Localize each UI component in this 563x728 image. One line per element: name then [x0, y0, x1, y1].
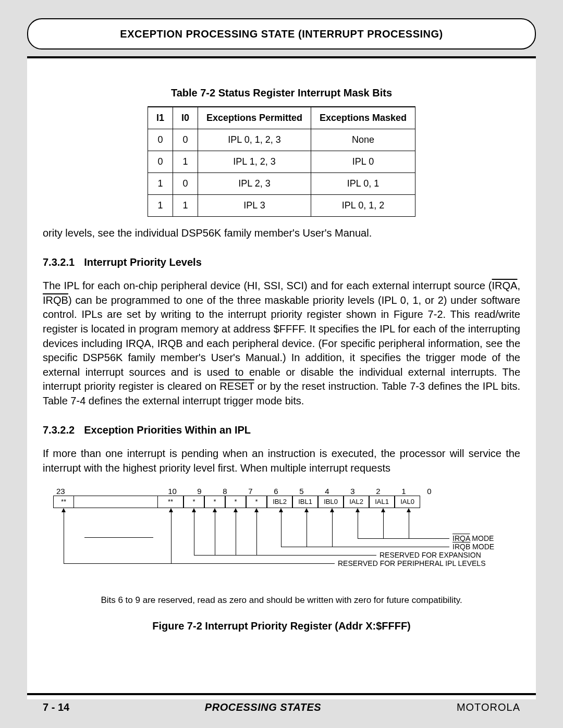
bit-num: 2 [365, 487, 391, 496]
th-masked: Exceptions Masked [311, 107, 415, 129]
callout-reserved-exp: RESERVED FOR EXPANSION [380, 551, 481, 559]
bit-num: 7 [238, 487, 263, 496]
th-i1: I1 [148, 107, 173, 129]
bit-num: 10 [158, 487, 187, 496]
bit-num: 23 [53, 487, 158, 496]
arrow-up-icon [304, 508, 309, 512]
bit-num: 3 [340, 487, 365, 496]
cell: 1 [173, 151, 198, 173]
section-title: Interrupt Priority Levels [84, 256, 202, 268]
bit-cell: * [204, 496, 225, 508]
arrow-up-icon [192, 508, 196, 512]
cell: IPL 3 [198, 195, 311, 217]
table-header-row: I1 I0 Exceptions Permitted Exceptions Ma… [148, 107, 415, 129]
callout-irqb: IRQB MODE [452, 542, 494, 551]
irqa-overline: IRQA [452, 534, 470, 542]
cell: IPL 0 [311, 151, 415, 173]
page: EXCEPTION PROCESSING STATE (INTERRUPT PR… [0, 0, 563, 728]
section-number: 7.3.2.1 [43, 256, 75, 268]
table-caption: Table 7-2 Status Register Interrupt Mask… [43, 87, 520, 99]
content-area: Table 7-2 Status Register Interrupt Mask… [27, 58, 536, 699]
paragraph-2: If more than one interrupt is pending wh… [43, 447, 520, 475]
arrow-up-icon [169, 508, 173, 512]
cell: 0 [173, 173, 198, 195]
table-row: 0 0 IPL 0, 1, 2, 3 None [148, 129, 415, 151]
cell: IPL 0, 1, 2 [311, 195, 415, 217]
table-row: 1 0 IPL 2, 3 IPL 0, 1 [148, 173, 415, 195]
arrow-up-icon [407, 508, 411, 512]
p1-b: ) can be programmed to one of the three … [43, 294, 520, 392]
callout-line [409, 512, 409, 538]
bit-num: 5 [289, 487, 314, 496]
bit-num: 4 [314, 487, 340, 496]
callout-text: MODE [470, 534, 494, 542]
table-row: 1 1 IPL 3 IPL 0, 1, 2 [148, 195, 415, 217]
callout-line [256, 512, 257, 555]
page-footer: 7 - 14 PROCESSING STATES MOTOROLA [27, 686, 536, 713]
bit-cell: * [225, 496, 246, 508]
footer-rule [27, 693, 536, 695]
bit-number-row: 23 10 9 8 7 6 5 4 3 2 1 0 [53, 487, 439, 496]
arrow-up-icon [213, 508, 217, 512]
bit-cell: IBL0 [318, 496, 344, 508]
irqa-overline: IRQA [492, 280, 518, 291]
th-i0: I0 [173, 107, 198, 129]
footer-title: PROCESSING STATES [205, 701, 321, 713]
orphan-line: ority levels, see the individual DSP56K … [43, 226, 520, 241]
callout-line [358, 538, 449, 539]
bit-num: 1 [391, 487, 417, 496]
cell: 0 [148, 129, 173, 151]
bit-cell: IAL1 [369, 496, 395, 508]
callout-reserved-ipl: RESERVED FOR PERIPHERAL IPL LEVELS [338, 559, 485, 567]
callout-line [358, 512, 358, 538]
cell: 0 [173, 129, 198, 151]
irqb-overline: IRQB [452, 542, 470, 551]
p1-a: The IPL for each on-chip peripheral devi… [43, 280, 492, 291]
callout-irqa: IRQA MODE [452, 534, 494, 542]
callout-line [307, 512, 307, 547]
comma: , [517, 280, 520, 291]
bit-cell-row: ** ** * * * * IBL2 IBL1 IBL0 IAL2 IAL1 I… [53, 496, 439, 508]
bit-cell: IAL2 [344, 496, 369, 508]
cell: 1 [148, 173, 173, 195]
arrow-up-icon [330, 508, 334, 512]
section-title: Exception Priorities Within an IPL [84, 424, 251, 436]
bit-num: 6 [263, 487, 289, 496]
arrow-up-icon [254, 508, 259, 512]
paragraph-1: The IPL for each on-chip peripheral devi… [43, 279, 520, 408]
bit-cell-gap [74, 496, 157, 508]
arrow-up-icon [234, 508, 238, 512]
bit-cell: IAL0 [395, 496, 420, 508]
bit-cell: * [183, 496, 204, 508]
table-row: 0 1 IPL 1, 2, 3 IPL 0 [148, 151, 415, 173]
cell: IPL 2, 3 [198, 173, 311, 195]
bit-num: 0 [417, 487, 442, 496]
brand-name: MOTOROLA [457, 701, 520, 713]
section-number: 7.3.2.2 [43, 424, 75, 436]
bit-cell: ** [53, 496, 74, 508]
cell: 0 [148, 151, 173, 173]
cell: IPL 0, 1 [311, 173, 415, 195]
arrow-up-icon [356, 508, 360, 512]
decoration-line [84, 537, 153, 538]
page-header-text: EXCEPTION PROCESSING STATE (INTERRUPT PR… [120, 28, 443, 40]
callout-line [194, 512, 194, 555]
callout-lines: IRQA MODE IRQB MODE RESERVED FOR EXPANSI… [53, 508, 439, 571]
bit-cell: IBL2 [267, 496, 292, 508]
figure-caption: Figure 7-2 Interrupt Priority Register (… [43, 620, 520, 632]
callout-line [281, 512, 282, 547]
callout-line [194, 555, 376, 556]
cell: 1 [148, 195, 173, 217]
callout-line [383, 512, 384, 538]
arrow-up-icon [279, 508, 283, 512]
irqb-overline: IRQB [43, 294, 68, 306]
page-header: EXCEPTION PROCESSING STATE (INTERRUPT PR… [27, 18, 536, 50]
bit-cell: * [246, 496, 267, 508]
bit-cell: IBL1 [292, 496, 318, 508]
cell: IPL 0, 1, 2, 3 [198, 129, 311, 151]
callout-line [171, 512, 172, 563]
page-number: 7 - 14 [43, 701, 69, 713]
section-7-3-2-1: 7.3.2.1Interrupt Priority Levels [43, 255, 520, 270]
bit-cell: ** [157, 496, 183, 508]
bit-num: 8 [212, 487, 238, 496]
